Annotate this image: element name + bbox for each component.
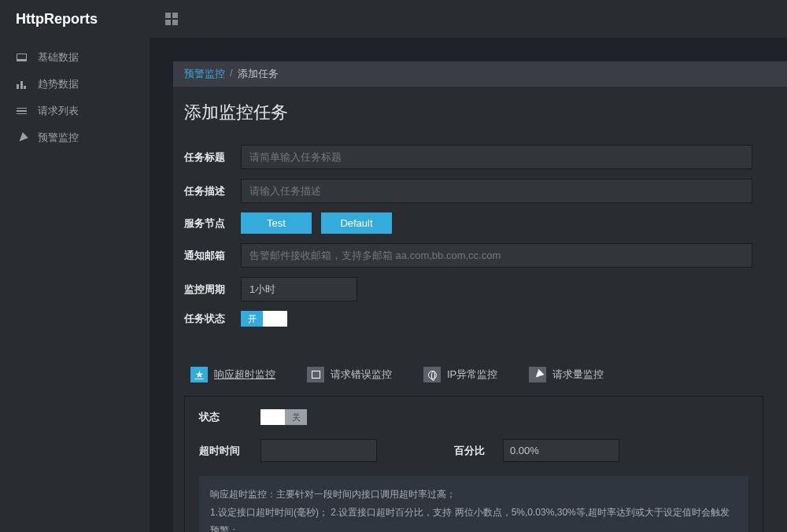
task-title-input[interactable] <box>241 145 752 169</box>
sidebar-item-basic-data[interactable]: 基础数据 <box>0 44 150 71</box>
sidebar-item-label: 预警监控 <box>38 131 79 145</box>
sidebar-item-alert-monitor[interactable]: 预警监控 <box>0 124 150 151</box>
square-icon <box>307 367 324 382</box>
note-line: 响应超时监控：主要针对一段时间内接口调用超时率过高； <box>210 486 737 504</box>
tab-response-timeout[interactable]: ★ 响应超时监控 <box>184 363 282 386</box>
panel-status-label: 状态 <box>199 410 246 424</box>
task-status-toggle[interactable]: 开 <box>241 311 287 327</box>
node-test-button[interactable]: Test <box>241 212 312 234</box>
apps-grid-icon[interactable] <box>165 13 179 25</box>
toggle-on-label: 开 <box>241 311 263 327</box>
breadcrumb-root[interactable]: 预警监控 <box>184 67 225 81</box>
percent-input[interactable] <box>503 439 619 462</box>
plane-icon <box>529 367 546 382</box>
timeout-label: 超时时间 <box>199 444 246 458</box>
timeout-input[interactable] <box>260 439 377 462</box>
tab-label: IP异常监控 <box>447 368 497 382</box>
sidebar-item-request-list[interactable]: 请求列表 <box>0 98 150 124</box>
tab-ip-abnormal[interactable]: IP异常监控 <box>417 363 504 386</box>
notify-email-input[interactable] <box>241 243 752 268</box>
task-status-label: 任务状态 <box>184 312 241 326</box>
list-icon <box>16 106 27 116</box>
service-node-label: 服务节点 <box>184 216 241 231</box>
task-desc-label: 任务描述 <box>184 184 241 198</box>
panel-status-toggle[interactable]: 关 <box>260 409 307 425</box>
sidebar-item-label: 趋势数据 <box>38 77 79 91</box>
globe-icon <box>423 367 441 382</box>
tab-request-error[interactable]: 请求错误监控 <box>301 363 398 386</box>
sidebar-item-label: 基础数据 <box>38 50 79 65</box>
task-title-label: 任务标题 <box>184 150 241 164</box>
notify-email-label: 通知邮箱 <box>184 249 241 263</box>
task-desc-input[interactable] <box>241 179 752 203</box>
tab-label: 请求错误监控 <box>331 368 392 382</box>
tab-label: 响应超时监控 <box>214 368 275 382</box>
tab-label: 请求量监控 <box>552 368 604 382</box>
note-box: 响应超时监控：主要针对一段时间内接口调用超时率过高； 1.设定接口超时时间(毫秒… <box>199 476 748 532</box>
sidebar-item-trend-data[interactable]: 趋势数据 <box>0 71 150 98</box>
tab-panel-response-timeout: 状态 关 超时时间 百分比 响应超时监控：主要针对一 <box>184 396 763 532</box>
monitor-period-label: 监控周期 <box>184 283 241 297</box>
note-line: 1.设定接口超时时间(毫秒)； 2.设置接口超时百分比，支持 两位小数点，5%,… <box>210 504 737 532</box>
monitor-period-select[interactable]: 1小时 <box>241 277 357 301</box>
sidebar: 基础数据 趋势数据 请求列表 预警监控 <box>0 38 150 532</box>
breadcrumb-current: 添加任务 <box>238 67 279 81</box>
percent-label: 百分比 <box>454 444 489 458</box>
brand-title: HttpReports <box>0 11 150 28</box>
breadcrumb-sep: / <box>230 67 233 81</box>
tab-request-volume[interactable]: 请求量监控 <box>523 363 610 386</box>
location-icon <box>16 133 27 142</box>
toggle-off-label: 关 <box>285 409 307 425</box>
monitor-icon <box>16 53 27 62</box>
chart-icon <box>16 79 27 89</box>
node-default-button[interactable]: Default <box>321 212 392 234</box>
page-title: 添加监控任务 <box>173 87 787 139</box>
sidebar-item-label: 请求列表 <box>38 104 79 118</box>
breadcrumb: 预警监控 / 添加任务 <box>173 61 787 87</box>
monitor-tabs: ★ 响应超时监控 请求错误监控 IP异常监控 请求量监控 <box>184 363 776 386</box>
star-icon: ★ <box>190 367 208 382</box>
